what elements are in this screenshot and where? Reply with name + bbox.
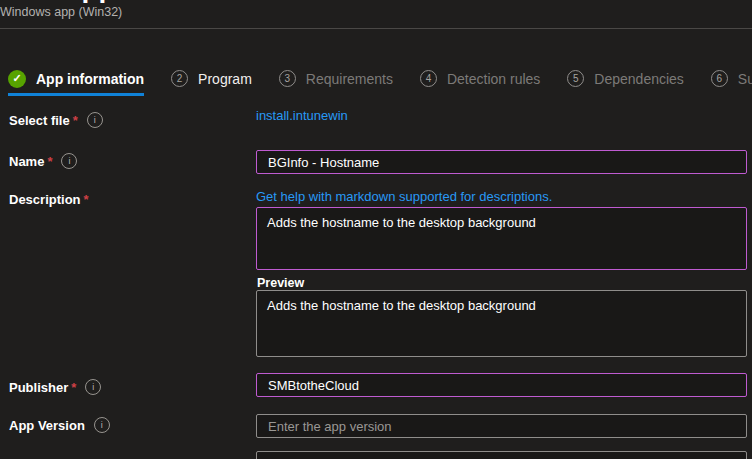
name-input[interactable] xyxy=(256,150,747,174)
select-file-label: Select file* i xyxy=(9,112,103,128)
tab-label-requirements: Requirements xyxy=(306,71,393,87)
description-label-text: Description xyxy=(9,192,81,207)
preview-label: Preview xyxy=(257,276,304,290)
tab-supersedence[interactable]: 6 Supe xyxy=(711,61,752,96)
step-number-icon: 4 xyxy=(420,70,437,87)
description-label: Description* xyxy=(9,192,89,207)
tab-dependencies[interactable]: 5 Dependencies xyxy=(567,61,684,96)
name-label: Name* i xyxy=(9,153,77,169)
publisher-input[interactable] xyxy=(256,373,747,397)
info-icon[interactable]: i xyxy=(85,379,101,395)
add-app-wizard: Add App Windows app (Win32) ✓ App inform… xyxy=(0,0,752,459)
app-version-label-text: App Version xyxy=(9,418,85,433)
info-icon[interactable]: i xyxy=(87,112,103,128)
tab-label-app-information: App information xyxy=(36,71,144,87)
info-icon[interactable]: i xyxy=(94,417,110,433)
tab-requirements[interactable]: 3 Requirements xyxy=(279,61,393,96)
page-subtitle: Windows app (Win32) xyxy=(0,5,122,19)
selected-file-link[interactable]: install.intunewin xyxy=(256,108,348,123)
required-asterisk: * xyxy=(47,154,52,169)
step-number-icon: 6 xyxy=(711,70,728,87)
tab-app-information[interactable]: ✓ App information xyxy=(8,61,144,96)
header-divider xyxy=(0,28,752,29)
required-asterisk: * xyxy=(73,113,78,128)
tab-label-detection-rules: Detection rules xyxy=(447,71,540,87)
app-version-input[interactable] xyxy=(256,414,747,438)
publisher-label: Publisher* i xyxy=(9,379,101,395)
tab-label-dependencies: Dependencies xyxy=(594,71,684,87)
info-icon[interactable]: i xyxy=(61,153,77,169)
required-asterisk: * xyxy=(71,380,76,395)
description-textarea[interactable]: Adds the hostname to the desktop backgro… xyxy=(256,207,747,270)
tab-label-supersedence: Supe xyxy=(738,71,752,87)
preview-textarea[interactable]: Adds the hostname to the desktop backgro… xyxy=(256,290,747,357)
tab-label-program: Program xyxy=(198,71,252,87)
check-icon: ✓ xyxy=(8,70,26,88)
step-number-icon: 2 xyxy=(171,70,188,87)
select-file-label-text: Select file xyxy=(9,113,70,128)
next-field-input-partial[interactable] xyxy=(256,451,747,459)
tab-program[interactable]: 2 Program xyxy=(171,61,252,96)
app-version-label: App Version i xyxy=(9,417,110,433)
name-label-text: Name xyxy=(9,154,44,169)
wizard-steps: ✓ App information 2 Program 3 Requiremen… xyxy=(8,61,752,96)
publisher-label-text: Publisher xyxy=(9,380,68,395)
step-number-icon: 5 xyxy=(567,70,584,87)
markdown-help-link[interactable]: Get help with markdown supported for des… xyxy=(256,189,552,204)
tab-detection-rules[interactable]: 4 Detection rules xyxy=(420,61,540,96)
step-number-icon: 3 xyxy=(279,70,296,87)
required-asterisk: * xyxy=(84,192,89,207)
